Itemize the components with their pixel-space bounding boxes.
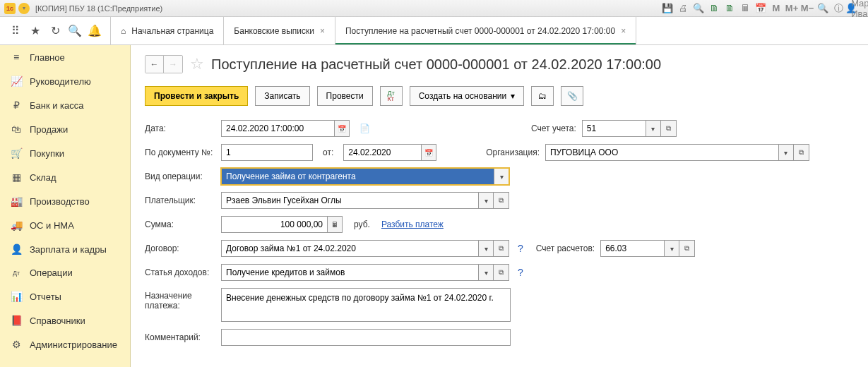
income-item-input[interactable] <box>221 264 478 281</box>
sidebar-item-operations[interactable]: ДтОперации <box>0 261 130 284</box>
apps-icon[interactable]: ⠿ <box>7 23 24 40</box>
comment-input[interactable] <box>221 329 511 346</box>
purpose-textarea[interactable] <box>221 288 511 322</box>
date-input[interactable] <box>221 120 334 137</box>
calendar-icon[interactable]: 📅 <box>755 3 766 14</box>
sidebar-item-label: Производство <box>30 196 90 207</box>
help-icon[interactable]: ? <box>515 267 526 278</box>
preview-icon[interactable]: 🔍 <box>693 3 704 14</box>
split-payment-link[interactable]: Разбить платеж <box>381 219 444 229</box>
post-and-close-button[interactable]: Провести и закрыть <box>145 86 248 106</box>
calendar-icon[interactable]: 📅 <box>421 144 436 161</box>
nav-forward-button[interactable]: → <box>164 56 182 73</box>
close-icon[interactable]: × <box>320 26 325 36</box>
ledger-icon[interactable]: 📄 <box>359 124 370 133</box>
dtkt-button[interactable]: ДтКт <box>380 86 403 106</box>
zoom-icon[interactable]: 🔍 <box>817 3 828 14</box>
op-type-input[interactable] <box>221 168 494 185</box>
sidebar-item-manager[interactable]: 📈Руководителю <box>0 69 130 93</box>
sidebar-item-label: Зарплата и кадры <box>30 244 107 255</box>
calculator-icon[interactable]: 🖩 <box>327 216 343 233</box>
sidebar-item-reports[interactable]: 📊Отчеты <box>0 284 130 308</box>
sidebar-item-assets[interactable]: 🚚ОС и НМА <box>0 213 130 237</box>
chevron-down-icon[interactable]: ▾ <box>478 240 494 257</box>
calculator-icon[interactable]: 🖩 <box>739 3 751 14</box>
sidebar-item-bank[interactable]: ₽Банк и касса <box>0 93 130 117</box>
favorite-star-icon[interactable]: ☆ <box>190 55 204 73</box>
print-icon[interactable]: 🖨 <box>677 3 689 14</box>
account-label: Счет учета: <box>531 124 576 133</box>
chevron-down-icon[interactable]: ▾ <box>664 240 679 257</box>
payer-input[interactable] <box>221 192 478 209</box>
sidebar-item-label: Операции <box>30 267 73 278</box>
sidebar-item-warehouse[interactable]: ▦Склад <box>0 165 130 189</box>
main-area: ≡Главное 📈Руководителю ₽Банк и касса 🛍Пр… <box>0 45 868 367</box>
help-icon[interactable]: ? <box>515 243 526 254</box>
sidebar-item-purchases[interactable]: 🛒Покупки <box>0 141 130 165</box>
open-icon[interactable]: ⧉ <box>794 144 809 161</box>
app-menu-dropdown[interactable]: ▾ <box>18 3 30 14</box>
favorite-icon[interactable]: ★ <box>27 23 44 40</box>
chevron-down-icon[interactable]: ▾ <box>646 120 661 137</box>
structure-button[interactable]: 🗂 <box>531 86 554 106</box>
op-type-label: Вид операции: <box>145 172 215 181</box>
compare-icon[interactable]: 🗎 <box>708 3 720 14</box>
user-indicator[interactable]: 👤 Мария Ивано <box>852 3 864 14</box>
open-icon[interactable]: ⧉ <box>679 240 695 257</box>
doc-date-input[interactable] <box>343 144 421 161</box>
titlebar-toolbar: 💾 🖨 🔍 🗎 🗎 🖩 📅 M M+ M− 🔍 ⓘ 👤 Мария Ивано <box>662 3 864 14</box>
truck-icon: 🚚 <box>10 219 23 231</box>
doc-no-input[interactable] <box>221 144 313 161</box>
tab-label: Начальная страница <box>131 26 213 36</box>
open-icon[interactable]: ⧉ <box>494 264 509 281</box>
save-icon[interactable]: 💾 <box>662 3 673 14</box>
open-icon[interactable]: ⧉ <box>661 120 677 137</box>
nav-back-button[interactable]: ← <box>145 56 164 73</box>
m-minus-icon[interactable]: M− <box>802 3 813 14</box>
sidebar-item-production[interactable]: 🏭Производство <box>0 189 130 213</box>
sidebar-item-admin[interactable]: ⚙Администрирование <box>0 332 130 356</box>
calc-account-label: Счет расчетов: <box>536 243 595 253</box>
gear-icon: ⚙ <box>10 339 23 350</box>
account-input[interactable] <box>582 120 646 137</box>
sidebar-item-sales[interactable]: 🛍Продажи <box>0 117 130 141</box>
info-icon[interactable]: ⓘ <box>833 3 844 14</box>
calendar-icon[interactable]: 📅 <box>334 120 350 137</box>
sidebar-item-hr[interactable]: 👤Зарплата и кадры <box>0 237 130 261</box>
write-button[interactable]: Записать <box>255 86 309 106</box>
chevron-down-icon[interactable]: ▾ <box>478 264 494 281</box>
compare2-icon[interactable]: 🗎 <box>724 3 735 14</box>
factory-icon: 🏭 <box>10 195 23 207</box>
sidebar-item-main[interactable]: ≡Главное <box>0 45 130 69</box>
chevron-down-icon[interactable]: ▾ <box>494 168 509 185</box>
bag-icon: 🛍 <box>10 124 23 135</box>
tab-home[interactable]: ⌂ Начальная страница <box>111 17 224 44</box>
post-button[interactable]: Провести <box>317 86 373 106</box>
notifications-icon[interactable]: 🔔 <box>86 23 103 40</box>
open-icon[interactable]: ⧉ <box>494 240 509 257</box>
document-header: ← → ☆ Поступление на расчетный счет 0000… <box>145 55 854 73</box>
calc-account-input[interactable] <box>600 240 664 257</box>
tab-label: Банковские выписки <box>234 26 314 36</box>
history-icon[interactable]: ↻ <box>47 23 64 40</box>
sidebar: ≡Главное 📈Руководителю ₽Банк и касса 🛍Пр… <box>0 45 131 367</box>
m-icon[interactable]: M <box>771 3 782 14</box>
search-icon[interactable]: 🔍 <box>66 23 83 40</box>
tab-bank-statements[interactable]: Банковские выписки × <box>224 17 335 44</box>
home-icon: ⌂ <box>121 26 126 36</box>
m-plus-icon[interactable]: M+ <box>786 3 797 14</box>
contract-input[interactable] <box>221 240 478 257</box>
chevron-down-icon[interactable]: ▾ <box>478 192 494 209</box>
chevron-down-icon[interactable]: ▾ <box>778 144 794 161</box>
org-input[interactable] <box>545 144 778 161</box>
app-logo-icon: 1c <box>4 3 16 14</box>
sidebar-item-label: Главное <box>30 52 65 63</box>
tab-receipt[interactable]: Поступление на расчетный счет 0000-00000… <box>335 17 636 44</box>
amount-input[interactable] <box>221 216 327 233</box>
attach-button[interactable]: 📎 <box>561 86 583 106</box>
sidebar-item-catalogs[interactable]: 📕Справочники <box>0 308 130 332</box>
create-based-on-button[interactable]: Создать на основании ▾ <box>410 86 525 106</box>
open-icon[interactable]: ⧉ <box>494 192 509 209</box>
close-icon[interactable]: × <box>621 26 626 36</box>
document-content: ← → ☆ Поступление на расчетный счет 0000… <box>131 45 868 367</box>
